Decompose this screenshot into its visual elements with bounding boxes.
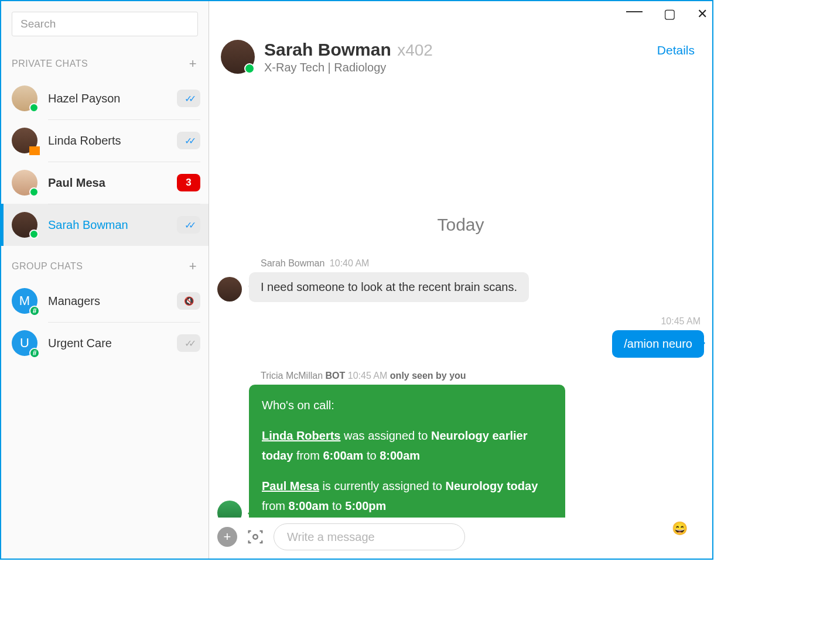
chat-name: Urgent Care: [48, 337, 177, 350]
message-avatar: [217, 277, 242, 302]
avatar-initial: M: [19, 293, 30, 309]
add-group-chat-icon[interactable]: +: [189, 259, 197, 274]
presence-online-icon: [29, 229, 39, 239]
avatar: [12, 212, 37, 238]
avatar: [12, 170, 37, 196]
message-bot: ✦ Tricia McMillan BOT 10:45 AM only seen…: [217, 371, 704, 518]
double-check-icon: ✓✓: [184, 135, 193, 146]
message-bubble: /amion neuro: [612, 330, 704, 358]
chat-item-paul[interactable]: Paul Mesa 3: [1, 162, 209, 204]
app-window: PRIVATE CHATS + Hazel Payson ✓✓ Linda Ro…: [0, 0, 713, 560]
avatar-initial: U: [20, 335, 29, 351]
message-outgoing: 10:45 AM /amion neuro: [612, 316, 704, 358]
attach-button[interactable]: +: [217, 527, 237, 547]
chat-item-linda[interactable]: Linda Roberts ✓✓: [1, 119, 209, 162]
message-list[interactable]: Today Sarah Bowman 10:40 AM I need someo…: [209, 80, 712, 518]
muted-badge: 🔇: [177, 292, 200, 310]
private-chats-label: PRIVATE CHATS: [12, 59, 88, 69]
read-badge: ✓✓: [177, 90, 200, 107]
scan-icon[interactable]: [245, 527, 265, 547]
avatar: U #: [12, 330, 37, 356]
composer: + 😄: [209, 518, 712, 559]
chat-item-sarah[interactable]: Sarah Bowman ✓✓: [1, 204, 209, 246]
window-controls: — ▢ ✕: [626, 5, 708, 23]
search-input[interactable]: [12, 12, 198, 36]
add-private-chat-icon[interactable]: +: [189, 56, 197, 71]
presence-online-icon: [244, 63, 255, 74]
header-subtitle: X-Ray Tech | Radiology: [264, 61, 657, 74]
header-extension: x402: [397, 41, 433, 59]
chat-item-hazel[interactable]: Hazel Payson ✓✓: [1, 77, 209, 119]
maximize-icon[interactable]: ▢: [664, 6, 676, 22]
message-time: 10:45 AM: [348, 371, 388, 381]
chat-name: Sarah Bowman: [48, 218, 177, 232]
message-bubble: Who's on call: Linda Roberts was assigne…: [249, 385, 565, 518]
unread-count-badge: 3: [177, 174, 200, 191]
presence-online-icon: [29, 187, 39, 197]
bot-line-2: Paul Mesa is currently assigned to Neuro…: [262, 476, 552, 516]
read-badge: ✓✓: [177, 132, 200, 149]
channel-hash-icon: #: [29, 306, 40, 316]
chat-name: Linda Roberts: [48, 134, 177, 148]
header-name: Sarah Bowman: [264, 40, 391, 59]
message-incoming: Sarah Bowman 10:40 AM I need someone to …: [217, 258, 704, 302]
close-icon[interactable]: ✕: [697, 6, 708, 22]
read-badge: ✓✓: [177, 216, 200, 234]
avatar: [12, 128, 37, 153]
chat-item-managers[interactable]: M # Managers 🔇: [1, 280, 209, 322]
chat-item-urgent-care[interactable]: U # Urgent Care ✓✓: [1, 322, 209, 364]
private-chats-header: PRIVATE CHATS +: [1, 43, 209, 77]
message-time: 10:40 AM: [330, 258, 370, 268]
channel-hash-icon: #: [29, 348, 40, 358]
header-avatar: [221, 40, 255, 74]
group-chats-header: GROUP CHATS +: [1, 246, 209, 280]
bot-line-1: Linda Roberts was assigned to Neurology …: [262, 426, 552, 465]
group-chats-label: GROUP CHATS: [12, 261, 83, 272]
person-link-paul[interactable]: Paul Mesa: [262, 479, 319, 492]
chat-name: Managers: [48, 294, 177, 308]
day-divider: Today: [217, 215, 704, 235]
sidebar: PRIVATE CHATS + Hazel Payson ✓✓ Linda Ro…: [1, 1, 209, 559]
avatar: [12, 85, 37, 111]
chat-name: Paul Mesa: [48, 176, 177, 190]
message-time: 10:45 AM: [612, 316, 704, 327]
main-panel: — ▢ ✕ Sarah Bowman x402 X-Ray Tech | Rad…: [209, 1, 712, 559]
emoji-icon[interactable]: 😄: [672, 521, 688, 536]
message-sender: Sarah Bowman: [261, 258, 324, 268]
bot-tag: BOT: [326, 371, 346, 381]
visibility-note: only seen by you: [390, 371, 466, 381]
message-bubble: I need someone to look at the recent bra…: [249, 272, 529, 302]
bot-lead: Who's on call:: [262, 395, 552, 415]
presence-online-icon: [29, 103, 39, 112]
chat-name: Hazel Payson: [48, 92, 177, 105]
message-sender: Tricia McMillan: [261, 371, 323, 381]
details-link[interactable]: Details: [657, 43, 695, 57]
svg-point-0: [253, 535, 258, 539]
double-check-icon: ✓✓: [184, 93, 193, 104]
double-check-icon: ✓✓: [184, 220, 193, 231]
minimize-icon[interactable]: —: [626, 1, 643, 20]
mute-icon: 🔇: [184, 296, 194, 306]
message-input[interactable]: [274, 523, 465, 550]
person-link-linda[interactable]: Linda Roberts: [262, 429, 340, 442]
avatar: M #: [12, 288, 37, 314]
bot-avatar: ✦: [217, 501, 242, 518]
read-badge: ✓✓: [177, 334, 200, 352]
double-check-icon: ✓✓: [184, 338, 193, 349]
presence-away-icon: [29, 146, 40, 155]
